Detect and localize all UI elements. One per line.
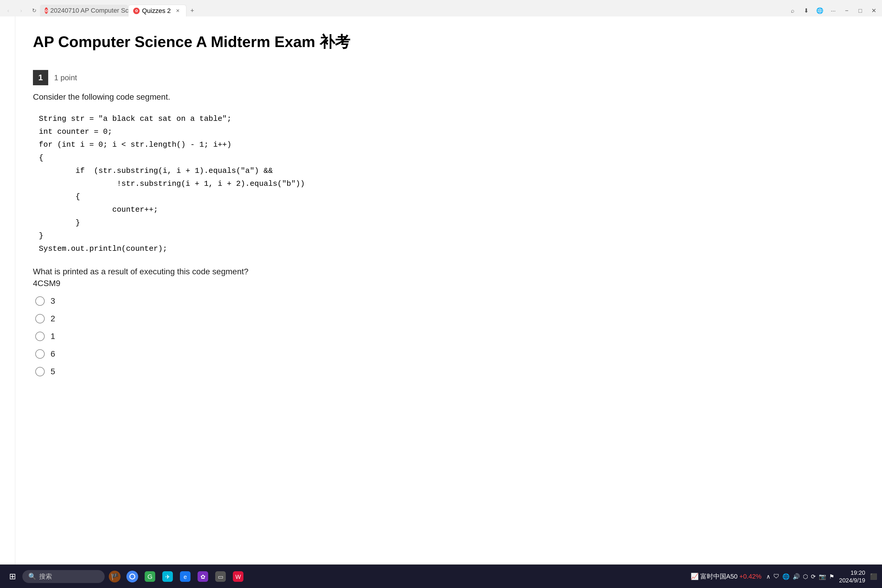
tab-2[interactable]: ✿ Quizzes 2 ✕ (128, 5, 186, 16)
taskbar-app-green[interactable]: G (142, 569, 158, 584)
answer-option-4[interactable]: 6 (35, 349, 586, 358)
refresh-button[interactable]: ↻ (28, 5, 40, 16)
code-line-5: if (str.substring(i, i + 1).equals("a") … (39, 164, 586, 177)
question-description: Consider the following code segment. (33, 92, 586, 102)
radio-3[interactable] (35, 332, 45, 341)
tab2-label: Quizzes 2 (142, 7, 171, 15)
extra-icon4: ⚑ (829, 573, 834, 580)
svg-point-4 (130, 574, 134, 579)
code-line-10: } (39, 230, 586, 242)
answer-label-1: 3 (51, 296, 55, 306)
clock-date: 2024/9/19 (839, 576, 865, 584)
taskbar-sys-icons: ∧ 🛡 🌐 🔊 ⬡ ⟳ 📷 ⚑ (766, 573, 834, 580)
answer-options: 3 2 1 6 (33, 296, 586, 376)
extra-icon1: ⬡ (803, 573, 808, 580)
taskbar-clock: 19:20 2024/9/19 (839, 569, 865, 584)
maximize-button[interactable]: □ (854, 5, 866, 16)
browser-window: ‹ › ↻ ✿ 20240710 AP Computer Science ✿ Q… (0, 0, 882, 588)
question-number-badge: 1 (33, 70, 48, 85)
tab2-close-button[interactable]: ✕ (174, 8, 182, 14)
speaker-icon: 🔊 (793, 573, 800, 580)
svg-text:🏴: 🏴 (111, 573, 119, 580)
code-line-11: System.out.println(counter); (39, 242, 586, 255)
code-line-8: counter++; (39, 203, 586, 216)
clock-time: 19:20 (850, 569, 865, 576)
tab2-favicon: ✿ (133, 8, 140, 14)
new-tab-button[interactable]: + (186, 5, 198, 16)
search-icon: 🔍 (28, 573, 36, 580)
svg-text:G: G (147, 573, 152, 580)
stock-name: 富时中国A50 (700, 572, 738, 581)
search-button[interactable]: ⌕ (787, 5, 798, 16)
forward-button[interactable]: › (15, 5, 27, 16)
code-line-1: String str = "a black cat sat on a table… (39, 112, 586, 125)
close-button[interactable]: ✕ (868, 5, 880, 16)
svg-text:W: W (236, 574, 241, 580)
radio-4[interactable] (35, 349, 45, 358)
notification-icon[interactable]: ⬛ (870, 573, 877, 580)
taskbar-apps: 🏴 G ✈ (107, 569, 688, 584)
code-line-7: { (39, 190, 586, 203)
answer-option-2[interactable]: 2 (35, 314, 586, 323)
question-1-block: 1 1 point Consider the following code se… (33, 70, 586, 376)
taskbar-app-purple[interactable]: ✿ (195, 569, 210, 584)
answer-option-1[interactable]: 3 (35, 296, 586, 306)
taskbar-app-red[interactable]: W (231, 569, 246, 584)
stock-change: +0.42% (740, 573, 762, 580)
minimize-button[interactable]: − (841, 5, 853, 16)
taskbar-search[interactable]: 🔍 搜索 (22, 570, 105, 583)
answer-label-4: 6 (51, 349, 55, 358)
taskbar-app-pirate[interactable]: 🏴 (107, 569, 122, 584)
tab1-favicon: ✿ (45, 8, 48, 14)
taskbar-app-monitor[interactable]: ▭ (213, 569, 228, 584)
code-block: String str = "a black cat sat on a table… (33, 108, 586, 260)
code-line-2: int counter = 0; (39, 125, 586, 138)
arrow-up-icon: ∧ (766, 573, 771, 580)
taskbar: ⊞ 🔍 搜索 🏴 (0, 564, 882, 588)
svg-text:▭: ▭ (218, 574, 224, 580)
question-code-ref: 4CSM9 (33, 279, 586, 288)
more-button[interactable]: ··· (827, 5, 839, 16)
tab-1[interactable]: ✿ 20240710 AP Computer Science (40, 5, 128, 16)
download-button[interactable]: ⬇ (800, 5, 812, 16)
code-line-3: for (int i = 0; i < str.length() - 1; i+… (39, 138, 586, 151)
code-line-4: { (39, 152, 586, 164)
back-button[interactable]: ‹ (2, 5, 14, 16)
svg-text:e: e (183, 574, 187, 580)
globe-button[interactable]: 🌐 (814, 5, 825, 16)
taskbar-app-teal[interactable]: ✈ (160, 569, 175, 584)
svg-text:✿: ✿ (201, 574, 206, 580)
extra-icon2: ⟳ (811, 573, 816, 580)
taskbar-stock: 📈 富时中国A50 +0.42% (691, 572, 762, 581)
answer-option-5[interactable]: 5 (35, 367, 586, 376)
taskbar-app-blue[interactable]: e (178, 569, 193, 584)
taskbar-app-chrome[interactable] (124, 569, 140, 584)
radio-2[interactable] (35, 314, 45, 323)
question-points: 1 point (54, 73, 77, 82)
answer-option-3[interactable]: 1 (35, 332, 586, 341)
page-content: AP Computer Science A Midterm Exam 补考 1 … (15, 16, 603, 564)
answer-label-2: 2 (51, 314, 55, 323)
radio-1[interactable] (35, 296, 45, 306)
code-line-9: } (39, 216, 586, 230)
network-icon: 🌐 (782, 573, 790, 580)
extra-icon3: 📷 (819, 573, 826, 580)
browser-content: AP Computer Science A Midterm Exam 补考 1 … (0, 16, 882, 564)
start-button[interactable]: ⊞ (5, 569, 20, 584)
stock-chart-icon: 📈 (691, 573, 699, 580)
taskbar-right: 📈 富时中国A50 +0.42% ∧ 🛡 🌐 🔊 ⬡ ⟳ 📷 ⚑ 19:20 2… (691, 569, 877, 584)
question-prompt: What is printed as a result of executing… (33, 267, 586, 276)
radio-5[interactable] (35, 367, 45, 376)
code-line-6: !str.substring(i + 1, i + 2).equals("b")… (39, 177, 586, 190)
question-header: 1 1 point (33, 70, 586, 85)
answer-label-5: 5 (51, 367, 55, 376)
left-sidebar (0, 16, 15, 564)
exam-title: AP Computer Science A Midterm Exam 补考 (33, 32, 586, 52)
nav-buttons: ‹ › ↻ (2, 5, 40, 16)
svg-text:✈: ✈ (165, 574, 170, 580)
shield-icon: 🛡 (774, 573, 779, 580)
search-label: 搜索 (39, 572, 52, 581)
tabs-bar: ‹ › ↻ ✿ 20240710 AP Computer Science ✿ Q… (0, 0, 882, 16)
answer-label-3: 1 (51, 332, 55, 341)
tab1-label: 20240710 AP Computer Science (50, 7, 128, 14)
